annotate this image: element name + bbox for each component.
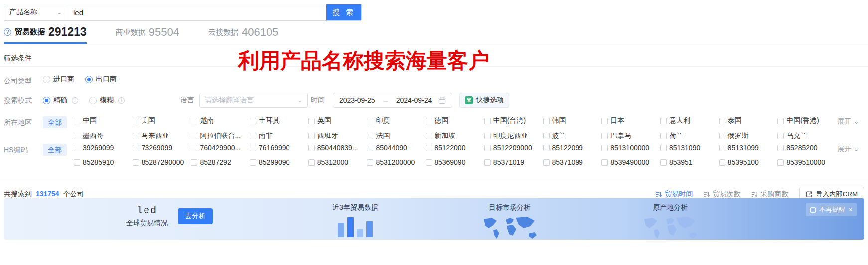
hs-code-checkbox[interactable]: 85131099 bbox=[719, 144, 778, 152]
region-checkbox[interactable]: 泰国 bbox=[719, 116, 778, 125]
region-checkbox[interactable]: 乌克兰 bbox=[777, 132, 836, 140]
region-checkbox[interactable]: 中国(香港) bbox=[777, 116, 836, 125]
close-icon[interactable]: × bbox=[849, 206, 853, 213]
hs-code-checkbox[interactable]: 85312000 bbox=[308, 158, 367, 166]
checkbox-label: 巴拿马 bbox=[610, 132, 631, 140]
hs-code-checkbox[interactable]: 85371099 bbox=[543, 158, 602, 166]
hs-code-checkbox[interactable]: 85285200 bbox=[777, 144, 836, 152]
hs-code-checkbox[interactable]: 85395100 bbox=[719, 158, 778, 166]
checkbox-label: 85369090 bbox=[434, 158, 465, 166]
hs-code-checkbox[interactable]: 85371019 bbox=[484, 158, 543, 166]
checkbox-icon bbox=[308, 118, 315, 124]
quick-options-button[interactable]: ⌘ 快捷选项 bbox=[459, 93, 509, 108]
checkbox-square-icon[interactable] bbox=[810, 207, 816, 213]
region-checkbox[interactable]: 西班牙 bbox=[308, 132, 367, 140]
origin-analysis-card[interactable]: 原产地分析 bbox=[633, 203, 708, 240]
radio-fuzzy[interactable]: 模糊 i bbox=[89, 96, 125, 105]
hs-code-checkbox[interactable]: 853951 bbox=[660, 158, 719, 166]
checkbox-icon bbox=[601, 145, 608, 151]
hs-code-checkbox[interactable]: 85287292 bbox=[191, 158, 250, 166]
hs-code-checkbox[interactable]: 85299090 bbox=[250, 158, 308, 166]
hs-code-checkbox[interactable]: 8539510000 bbox=[777, 158, 836, 166]
hs-code-checkbox[interactable]: 76169990 bbox=[250, 144, 308, 152]
sort-icon bbox=[656, 191, 662, 198]
search-category-dropdown[interactable]: 产品名称 ⌄ bbox=[4, 4, 67, 20]
hs-code-checkbox[interactable]: 760429900... bbox=[191, 144, 250, 152]
question-icon[interactable]: ? bbox=[4, 28, 11, 36]
hs-expand-link[interactable]: 展开 ⌄ bbox=[837, 145, 859, 154]
radio-exporter[interactable]: 出口商 bbox=[85, 75, 117, 84]
date-range-picker[interactable]: 2023-09-25 → 2024-09-24 bbox=[333, 93, 452, 108]
sort-trade-count[interactable]: 贸易次数 bbox=[704, 190, 740, 199]
region-checkbox[interactable]: 新加坡 bbox=[426, 132, 484, 140]
region-expand-link[interactable]: 展开 ⌄ bbox=[837, 117, 859, 126]
region-all-chip[interactable]: 全部 bbox=[43, 116, 67, 128]
region-checkbox[interactable]: 巴拿马 bbox=[601, 132, 660, 140]
hs-code-checkbox[interactable]: 85287290000 bbox=[133, 158, 191, 166]
region-checkbox[interactable]: 南非 bbox=[250, 132, 308, 140]
market-card-title: 目标市场分析 bbox=[472, 203, 547, 212]
checkbox-label: 土耳其 bbox=[259, 116, 280, 125]
region-checkbox[interactable]: 中国 bbox=[74, 116, 133, 125]
region-checkbox[interactable]: 中国(台湾) bbox=[484, 116, 543, 125]
hs-code-checkbox[interactable]: 85369090 bbox=[426, 158, 484, 166]
region-checkbox[interactable]: 意大利 bbox=[660, 116, 719, 125]
checkbox-label: 西班牙 bbox=[317, 132, 338, 140]
dismiss-banner-control: 不再提醒 × bbox=[806, 203, 857, 216]
banner-subtitle: 全球贸易情况 bbox=[126, 219, 168, 228]
region-checkbox[interactable]: 土耳其 bbox=[250, 116, 308, 125]
sort-trade-time[interactable]: 贸易时间 bbox=[656, 190, 693, 199]
bar-chart-icon bbox=[318, 216, 393, 237]
hs-code-checkbox[interactable]: 8531200000 bbox=[367, 158, 426, 166]
checkbox-label: 85287290000 bbox=[142, 158, 184, 166]
region-checkbox[interactable]: 马来西亚 bbox=[133, 132, 191, 140]
checkbox-label: 法国 bbox=[376, 132, 390, 140]
hs-code-checkbox[interactable]: 73269099 bbox=[133, 144, 191, 152]
region-checkbox[interactable]: 法国 bbox=[367, 132, 426, 140]
checkbox-icon bbox=[543, 133, 550, 139]
dismiss-label[interactable]: 不再提醒 bbox=[819, 205, 845, 214]
radio-importer[interactable]: 进口商 bbox=[43, 75, 74, 84]
language-select[interactable]: 请选择翻译语言 ⌄ bbox=[199, 93, 308, 108]
hs-code-checkbox[interactable]: 8539490000 bbox=[601, 158, 660, 166]
checkbox-icon bbox=[74, 118, 80, 124]
trade-data-card[interactable]: 近3年贸易数据 bbox=[318, 203, 393, 237]
search-input[interactable] bbox=[67, 4, 326, 20]
tab-cloud-search-data[interactable]: 云搜数据 406105 bbox=[208, 26, 278, 44]
hs-code-checkbox[interactable]: 85122099 bbox=[543, 144, 602, 152]
checkbox-icon bbox=[601, 118, 608, 124]
region-checkbox[interactable]: 阿拉伯联合... bbox=[191, 132, 250, 140]
hs-code-checkbox[interactable]: 8512209000 bbox=[484, 144, 543, 152]
region-checkbox[interactable]: 印度 bbox=[367, 116, 426, 125]
region-checkbox[interactable]: 英国 bbox=[308, 116, 367, 125]
region-checkbox[interactable]: 印度尼西亚 bbox=[484, 132, 543, 140]
hs-code-checkbox[interactable]: 39269099 bbox=[74, 144, 133, 152]
region-checkbox[interactable]: 德国 bbox=[426, 116, 484, 125]
radio-icon bbox=[43, 76, 50, 83]
region-checkbox[interactable]: 日本 bbox=[601, 116, 660, 125]
hs-code-checkbox[interactable]: 850440839... bbox=[308, 144, 367, 152]
region-checkbox[interactable]: 美国 bbox=[133, 116, 191, 125]
search-button[interactable]: 搜 索 bbox=[326, 4, 361, 20]
region-checkbox[interactable]: 韩国 bbox=[543, 116, 602, 125]
checkbox-icon bbox=[777, 133, 784, 139]
target-market-card[interactable]: 目标市场分析 bbox=[472, 203, 547, 240]
region-checkbox[interactable]: 俄罗斯 bbox=[719, 132, 778, 140]
region-checkbox[interactable]: 越南 bbox=[191, 116, 250, 125]
region-checkbox[interactable]: 墨西哥 bbox=[74, 132, 133, 140]
region-checkbox[interactable]: 荷兰 bbox=[660, 132, 719, 140]
checkbox-label: 850440839... bbox=[317, 144, 358, 152]
hs-code-checkbox[interactable]: 85044090 bbox=[367, 144, 426, 152]
hs-code-checkbox[interactable]: 85122000 bbox=[426, 144, 484, 152]
analyze-button[interactable]: 去分析 bbox=[178, 208, 213, 224]
sort-buyer-count[interactable]: 采购商数 bbox=[751, 190, 788, 199]
tab-business-data[interactable]: 商业数据 95504 bbox=[116, 26, 179, 44]
hs-code-checkbox[interactable]: 8513100000 bbox=[601, 144, 660, 152]
tab-trade-data[interactable]: ? 贸易数据 291213 bbox=[4, 25, 87, 44]
hs-all-chip[interactable]: 全部 bbox=[43, 144, 67, 156]
filter-section-title: 筛选条件 bbox=[4, 54, 32, 63]
hs-code-checkbox[interactable]: 85285910 bbox=[74, 158, 133, 166]
radio-exact[interactable]: 精确 i bbox=[43, 96, 78, 105]
region-checkbox[interactable]: 波兰 bbox=[543, 132, 602, 140]
hs-code-checkbox[interactable]: 85131090 bbox=[660, 144, 719, 152]
